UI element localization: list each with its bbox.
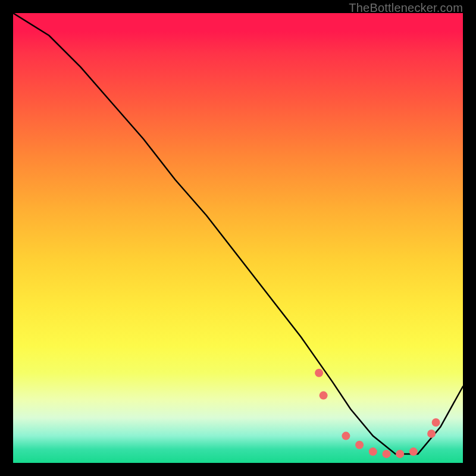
reference-point (432, 418, 440, 427)
reference-point (383, 450, 391, 458)
reference-point (320, 392, 328, 400)
reference-point (396, 450, 404, 458)
outer-frame: TheBottlenecker.com (0, 0, 476, 476)
reference-point (342, 432, 350, 440)
reference-point-group (315, 369, 440, 458)
chart-svg (13, 13, 463, 463)
bottleneck-curve (13, 13, 463, 454)
reference-point (315, 369, 323, 377)
gradient-plot-area (13, 13, 463, 463)
reference-point (355, 441, 364, 449)
reference-point (409, 447, 418, 456)
reference-point (369, 447, 377, 456)
reference-point (427, 430, 436, 438)
